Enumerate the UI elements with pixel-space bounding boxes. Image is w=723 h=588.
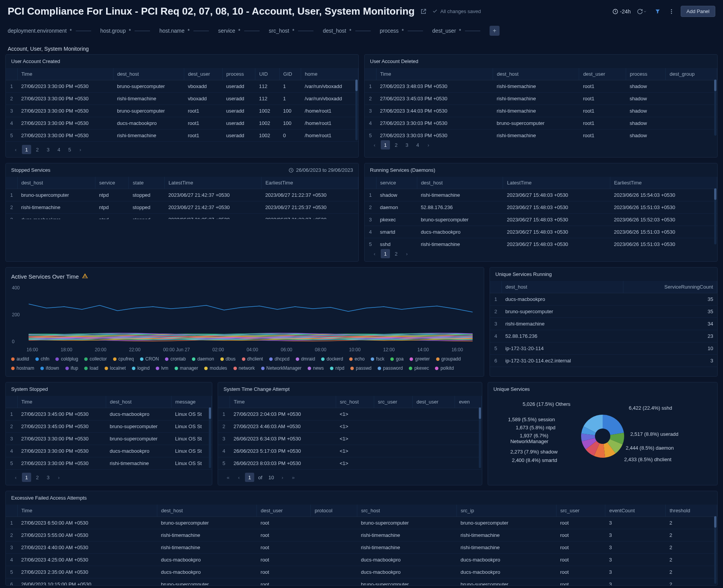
table-row[interactable]: 5sshdrishi-timemachine2023/06/27 15:48:0… xyxy=(365,238,717,246)
column-header[interactable]: Time xyxy=(376,68,493,80)
table-row[interactable]: 626/06/2023 10:15:00 PM +0530bruno-super… xyxy=(6,578,717,586)
table-row[interactable]: 427/06/2023 4:25:00 AM +0530ducs-macbook… xyxy=(6,554,717,566)
column-header[interactable]: src_user xyxy=(556,505,605,517)
legend-item[interactable]: dockerd xyxy=(321,356,343,362)
column-header[interactable]: src_host xyxy=(357,505,456,517)
scrollbar[interactable] xyxy=(355,80,358,140)
page-number[interactable]: 4 xyxy=(413,140,422,149)
legend-item[interactable]: coldplug xyxy=(55,356,78,362)
page-next[interactable]: › xyxy=(402,249,411,258)
column-header[interactable]: state xyxy=(129,177,165,189)
column-header[interactable] xyxy=(6,68,17,80)
legend-item[interactable]: load xyxy=(84,365,98,371)
legend-item[interactable]: auditd xyxy=(11,356,29,362)
page-prev[interactable]: ‹ xyxy=(370,140,379,149)
scrollbar[interactable] xyxy=(714,516,716,584)
legend-item[interactable]: greeter xyxy=(410,356,430,362)
column-header[interactable]: dest_host xyxy=(157,505,257,517)
page-number[interactable]: 1 xyxy=(381,140,390,149)
table-row[interactable]: 1ducs-macbookpro35 xyxy=(490,293,717,306)
table-row[interactable]: 2rishi-timemachinentpdstopped2023/06/27 … xyxy=(6,201,358,214)
scrollbar[interactable] xyxy=(714,188,716,244)
page-number[interactable]: 3 xyxy=(43,145,53,154)
column-header[interactable]: Time xyxy=(17,68,113,80)
column-header[interactable]: Time xyxy=(17,505,157,517)
column-header[interactable]: dest_host xyxy=(493,68,579,80)
page-number[interactable]: 1 xyxy=(381,249,390,258)
column-header[interactable]: dest_user xyxy=(257,505,311,517)
page-next[interactable]: › xyxy=(424,140,433,149)
legend-item[interactable]: chfn xyxy=(35,356,50,362)
page-number[interactable]: 1 xyxy=(245,473,254,482)
page-number[interactable]: 3 xyxy=(402,140,411,149)
legend-item[interactable]: daemon xyxy=(192,356,214,362)
column-header[interactable]: Time xyxy=(230,396,336,408)
table-row[interactable]: 3rishi-timemachine34 xyxy=(490,318,717,330)
table-row[interactable]: 227/06/2023 3:45:00 PM +0530bruno-superc… xyxy=(6,420,212,433)
table-row[interactable]: 127/06/2023 3:30:00 PM +0530bruno-superc… xyxy=(6,80,358,93)
table-row[interactable]: 2daemon52.88.176.2362023/06/27 15:48:03 … xyxy=(365,201,717,214)
table-row[interactable]: 1shadowrishi-timemachine2023/06/27 15:48… xyxy=(365,189,717,201)
table-row[interactable]: 427/06/2023 3:30:00 PM +0530ducs-macbook… xyxy=(6,445,212,457)
page-number[interactable]: 2 xyxy=(391,140,401,149)
legend-item[interactable]: ntpd xyxy=(330,365,344,371)
page-prev[interactable]: ‹ xyxy=(11,145,20,154)
filter-src_host[interactable]: src_host* xyxy=(269,28,313,34)
column-header[interactable]: home xyxy=(301,68,358,80)
column-header[interactable]: src_user xyxy=(374,396,412,408)
filter-host-group[interactable]: host.group* xyxy=(100,28,150,34)
legend-item[interactable]: echo xyxy=(349,356,365,362)
scrollbar[interactable] xyxy=(714,80,716,136)
line-chart[interactable]: 0200400 xyxy=(11,284,478,345)
column-header[interactable]: src_host xyxy=(336,396,374,408)
table-row[interactable]: 327/06/2023 3:30:00 PM +0530bruno-superc… xyxy=(6,105,358,117)
table-row[interactable]: 227/06/2023 3:30:00 PM +0530rishi-timema… xyxy=(6,93,358,105)
table-row[interactable]: 227/06/2023 4:46:03 AM +0530<1> xyxy=(218,420,481,433)
scrollbar[interactable] xyxy=(209,407,211,468)
column-header[interactable]: dest_host xyxy=(17,177,95,189)
legend-item[interactable]: network xyxy=(233,365,255,371)
column-header[interactable] xyxy=(365,177,376,189)
column-header[interactable]: ServiceRunningCount xyxy=(623,281,717,293)
column-header[interactable]: dest_host xyxy=(106,396,171,408)
page-prev[interactable]: ‹ xyxy=(11,473,20,482)
legend-item[interactable]: cpufreq xyxy=(113,356,134,362)
column-header[interactable]: process xyxy=(626,68,665,80)
column-header[interactable]: dest_host xyxy=(113,68,184,80)
legend-item[interactable]: polkitd xyxy=(435,365,454,371)
table-row[interactable]: 527/06/2023 3:30:00 PM +0530rishi-timema… xyxy=(6,457,212,470)
column-header[interactable]: EarliestTime xyxy=(610,177,717,189)
legend-item[interactable]: password xyxy=(378,365,403,371)
table-row[interactable]: 127/06/2023 3:48:03 PM +0530rishi-timema… xyxy=(365,80,717,93)
page-prev[interactable]: ‹ xyxy=(370,249,379,258)
column-header[interactable]: service xyxy=(95,177,129,189)
column-header[interactable]: service xyxy=(376,177,417,189)
page-number[interactable]: 2 xyxy=(33,473,42,482)
filter-process[interactable]: process* xyxy=(380,28,423,34)
table-row[interactable]: 527/06/2023 3:30:03 PM +0530rishi-timema… xyxy=(365,130,717,138)
legend-item[interactable]: dhcpcd xyxy=(269,356,290,362)
column-header[interactable]: threshold xyxy=(666,505,717,517)
column-header[interactable]: process xyxy=(222,68,255,80)
table-row[interactable]: 3pkexecbruno-supercomputer2023/06/27 15:… xyxy=(365,214,717,226)
legend-item[interactable]: passwd xyxy=(350,365,371,371)
column-header[interactable]: dest_host xyxy=(417,177,503,189)
legend-item[interactable]: lvm xyxy=(156,365,168,371)
table-row[interactable]: 526/06/2023 8:03:03 PM +0530<1> xyxy=(218,457,481,470)
table-row[interactable]: 5ip-172-31-20-11410 xyxy=(490,342,717,355)
column-header[interactable] xyxy=(218,396,230,408)
table-row[interactable]: 127/06/2023 3:45:00 PM +0530ducs-macbook… xyxy=(6,408,212,420)
page-number[interactable]: 3 xyxy=(43,473,53,482)
page-number[interactable]: 2 xyxy=(391,249,401,258)
column-header[interactable]: protocol xyxy=(311,505,357,517)
legend-item[interactable]: news xyxy=(308,365,324,371)
table-row[interactable]: 327/06/2023 3:44:03 PM +0530rishi-timema… xyxy=(365,105,717,117)
legend-item[interactable]: dhclient xyxy=(242,356,263,362)
pie-chart[interactable]: 5,026 (17.5%) Others1,589 (5.5%) session… xyxy=(488,396,717,477)
table-row[interactable]: 3ducs-macbookprontpdstopped2023/06/27 21… xyxy=(6,214,358,219)
legend-item[interactable]: pkexec xyxy=(409,365,429,371)
legend-item[interactable]: crontab xyxy=(165,356,186,362)
scrollbar[interactable] xyxy=(479,407,481,468)
table-row[interactable]: 327/06/2023 3:30:00 PM +0530bruno-superc… xyxy=(6,433,212,445)
table-row[interactable]: 127/06/2023 2:04:03 PM +0530<1> xyxy=(218,408,481,420)
